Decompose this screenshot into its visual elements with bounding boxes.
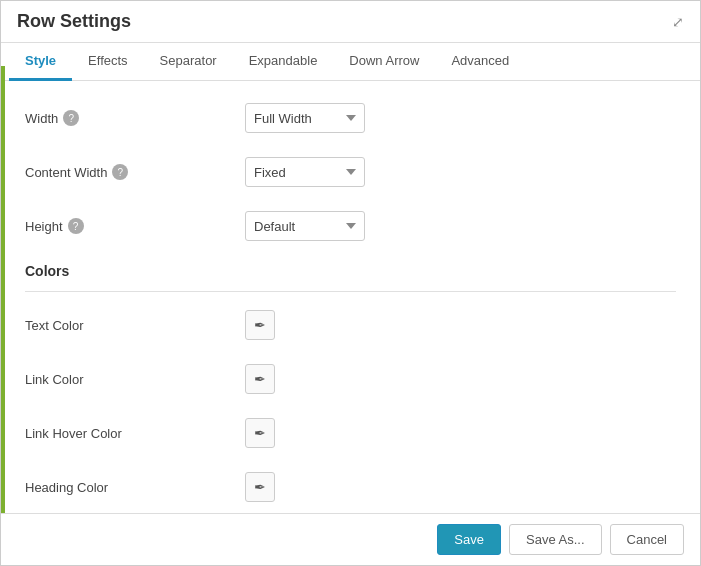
width-select[interactable]: Full Width Fixed Custom — [245, 103, 365, 133]
link-color-row: Link Color ✒ — [25, 362, 676, 396]
link-color-picker[interactable]: ✒ — [245, 364, 275, 394]
heading-color-label: Heading Color — [25, 480, 245, 495]
height-row: Height ? Default Custom — [25, 209, 676, 243]
link-hover-color-row: Link Hover Color ✒ — [25, 416, 676, 450]
tab-advanced[interactable]: Advanced — [435, 43, 525, 81]
save-as-button[interactable]: Save As... — [509, 524, 602, 555]
eyedropper-icon: ✒ — [254, 425, 266, 441]
link-hover-color-label: Link Hover Color — [25, 426, 245, 441]
content-width-select[interactable]: Fixed Full Width Custom — [245, 157, 365, 187]
cancel-button[interactable]: Cancel — [610, 524, 684, 555]
tab-expandable[interactable]: Expandable — [233, 43, 334, 81]
modal-title: Row Settings — [17, 11, 131, 32]
content-width-row: Content Width ? Fixed Full Width Custom — [25, 155, 676, 189]
height-select[interactable]: Default Custom — [245, 211, 365, 241]
tabs-container: Style Effects Separator Expandable Down … — [1, 43, 700, 81]
width-help-icon[interactable]: ? — [63, 110, 79, 126]
save-button[interactable]: Save — [437, 524, 501, 555]
height-help-icon[interactable]: ? — [68, 218, 84, 234]
eyedropper-icon: ✒ — [254, 479, 266, 495]
heading-color-row: Heading Color ✒ — [25, 470, 676, 504]
colors-divider — [25, 291, 676, 292]
tab-down-arrow[interactable]: Down Arrow — [333, 43, 435, 81]
expand-icon[interactable]: ⤢ — [672, 14, 684, 30]
text-color-picker[interactable]: ✒ — [245, 310, 275, 340]
width-row: Width ? Full Width Fixed Custom — [25, 101, 676, 135]
content-width-help-icon[interactable]: ? — [112, 164, 128, 180]
colors-section-title: Colors — [25, 263, 676, 279]
tab-style[interactable]: Style — [9, 43, 72, 81]
heading-color-picker[interactable]: ✒ — [245, 472, 275, 502]
modal-header: Row Settings ⤢ — [1, 1, 700, 43]
link-hover-color-picker[interactable]: ✒ — [245, 418, 275, 448]
content-width-label: Content Width ? — [25, 164, 245, 180]
tab-effects[interactable]: Effects — [72, 43, 144, 81]
modal-container: Row Settings ⤢ Style Effects Separator E… — [0, 0, 701, 566]
modal-footer: Save Save As... Cancel — [1, 513, 700, 565]
modal-body: Width ? Full Width Fixed Custom Content … — [1, 81, 700, 513]
tab-separator[interactable]: Separator — [144, 43, 233, 81]
width-label: Width ? — [25, 110, 245, 126]
text-color-row: Text Color ✒ — [25, 308, 676, 342]
height-label: Height ? — [25, 218, 245, 234]
link-color-label: Link Color — [25, 372, 245, 387]
eyedropper-icon: ✒ — [254, 371, 266, 387]
text-color-label: Text Color — [25, 318, 245, 333]
eyedropper-icon: ✒ — [254, 317, 266, 333]
